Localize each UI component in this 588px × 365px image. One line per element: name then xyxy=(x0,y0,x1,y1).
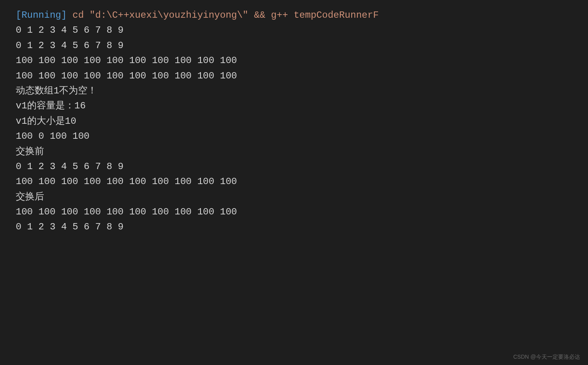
output-line: 100 100 100 100 100 100 100 100 100 100 xyxy=(16,69,572,84)
output-line: 100 100 100 100 100 100 100 100 100 100 xyxy=(16,174,572,189)
output-line: 动态数组1不为空！ xyxy=(16,84,572,99)
output-line: 100 100 100 100 100 100 100 100 100 100 xyxy=(16,53,572,68)
output-line: v1的容量是：16 xyxy=(16,99,572,114)
command-text: cd "d:\C++xuexi\youzhiyinyong\" && g++ t… xyxy=(67,10,379,20)
output-line: 交换前 xyxy=(16,144,572,159)
output-line: 100 100 100 100 100 100 100 100 100 100 xyxy=(16,205,572,220)
output-line: 交换后 xyxy=(16,190,572,205)
watermark-text: CSDN @今天一定要洛必达 xyxy=(513,352,580,361)
output-line: 0 1 2 3 4 5 6 7 8 9 xyxy=(16,159,572,174)
running-status-label: [Running] xyxy=(16,10,67,20)
output-line: 0 1 2 3 4 5 6 7 8 9 xyxy=(16,23,572,38)
output-line: 100 0 100 100 xyxy=(16,129,572,144)
output-line: v1的大小是10 xyxy=(16,114,572,129)
output-line: 0 1 2 3 4 5 6 7 8 9 xyxy=(16,38,572,53)
output-line: 0 1 2 3 4 5 6 7 8 9 xyxy=(16,220,572,235)
terminal-command-line: [Running] cd "d:\C++xuexi\youzhiyinyong\… xyxy=(16,8,572,23)
